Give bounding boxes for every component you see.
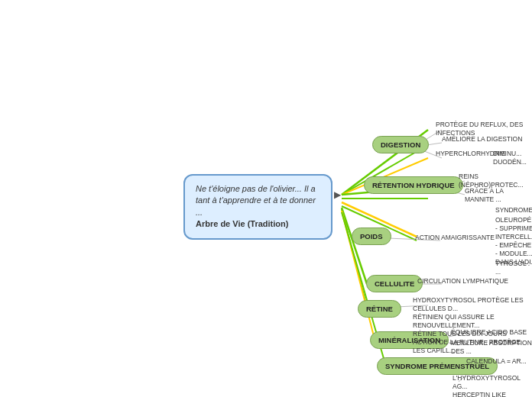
topic-digestion[interactable]: DIGESTION	[372, 136, 429, 153]
central-node: Ne t'éloigne pas de l'olivier... Il a ta…	[183, 174, 332, 240]
detail-diminution: DIMINU... DUODÉN...	[493, 150, 532, 166]
svg-line-7	[342, 208, 367, 284]
central-text-line3: ...	[196, 208, 203, 217]
detail-digestion: AMÉLIORE LA DIGESTION	[442, 135, 522, 144]
detail-acido-base: ÉQUILIBRE ACIDO BASE	[451, 328, 527, 337]
detail-absorption: MEILLEURE ABSORPTION DES ...	[451, 339, 532, 356]
topic-cellulite[interactable]: CELLULITE	[366, 275, 423, 292]
detail-syndrome: SYNDROME...	[495, 206, 532, 215]
detail-calendula: CALENDULA = AR...	[466, 357, 527, 366]
mind-map-canvas: Ne t'éloigne pas de l'olivier... Il a ta…	[0, 0, 532, 397]
detail-action-amaigrissante: ACTION AMAIGRISSANTE	[415, 234, 495, 242]
svg-line-8	[342, 209, 367, 307]
detail-circulation: CIRCULATION LYMPHATIQUE	[417, 277, 508, 286]
central-text-line1: Ne t'éloigne pas de l'olivier... Il a	[196, 184, 316, 193]
topic-poids[interactable]: POIDS	[352, 228, 391, 245]
topic-retine[interactable]: RÉTINE	[358, 300, 401, 318]
topic-retention[interactable]: RÉTENTION HYDRIQUE	[364, 176, 463, 194]
central-subtitle: Arbre de Vie (Tradition)	[196, 219, 288, 228]
detail-hydroxytyrosol: L'HYDROXYTYROSOL AG...HERCEPTIN LIKE	[453, 374, 532, 397]
detail-tyrosol: TYROSOL : ...	[495, 260, 532, 276]
detail-mannite: GRÂCE À LA MANNITE ...	[465, 187, 532, 204]
central-text-line2: tant à t'apprendre et à te donner	[196, 195, 316, 205]
expand-arrow[interactable]: ▶	[334, 189, 341, 200]
